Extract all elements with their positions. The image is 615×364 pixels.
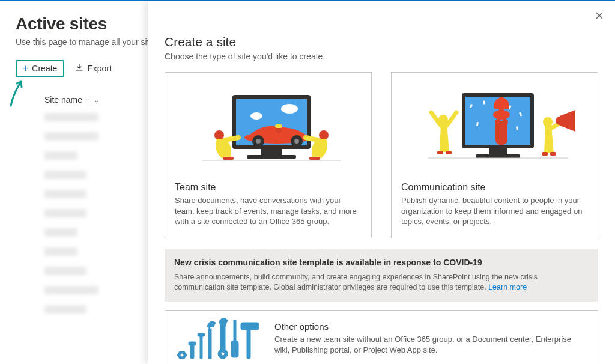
covid-banner-text: Share announcements, build community, an…: [174, 273, 538, 291]
team-site-desc: Share documents, have conversations with…: [175, 195, 362, 227]
close-icon: [595, 11, 604, 20]
svg-point-10: [294, 139, 299, 144]
sort-ascending-icon: ↑: [86, 95, 90, 105]
svg-rect-45: [198, 333, 205, 336]
svg-rect-34: [437, 151, 443, 154]
create-button-label: Create: [32, 64, 57, 73]
create-site-panel: Create a site Choose the type of site yo…: [148, 1, 615, 364]
export-button-label: Export: [87, 64, 111, 73]
communication-site-card[interactable]: Communication site Publish dynamic, beau…: [391, 72, 598, 238]
svg-point-15: [319, 130, 329, 140]
learn-more-link[interactable]: Learn more: [488, 283, 527, 291]
list-item: [44, 190, 86, 198]
svg-point-37: [556, 117, 564, 125]
covid-banner-desc: Share announcements, build community, an…: [174, 272, 589, 293]
svg-point-8: [256, 139, 261, 144]
team-site-illustration: [175, 80, 362, 176]
list-item: [44, 286, 98, 294]
communication-site-title: Communication site: [401, 182, 588, 193]
svg-rect-44: [200, 336, 202, 359]
chevron-down-icon: ⌄: [94, 96, 99, 104]
svg-point-32: [502, 119, 508, 125]
svg-rect-3: [247, 155, 296, 159]
team-site-title: Team site: [175, 182, 362, 193]
svg-rect-43: [189, 342, 196, 345]
svg-rect-20: [489, 148, 507, 154]
site-type-cards: Team site Share documents, have conversa…: [165, 72, 598, 238]
svg-point-30: [493, 110, 510, 120]
list-item: [44, 171, 86, 179]
communication-site-desc: Publish dynamic, beautiful content to pe…: [401, 195, 588, 227]
svg-rect-52: [247, 326, 250, 359]
svg-point-13: [214, 130, 224, 140]
list-item: [44, 305, 86, 314]
list-item: [44, 228, 77, 237]
svg-rect-2: [261, 149, 282, 155]
other-options-title: Other options: [274, 321, 587, 332]
list-item: [44, 267, 86, 275]
column-header-label: Site name: [44, 95, 82, 105]
covid-banner-title: New crisis communication site template i…: [174, 258, 589, 267]
list-item: [44, 209, 86, 217]
svg-rect-42: [190, 344, 194, 359]
annotation-arrow-icon: [7, 77, 25, 107]
svg-rect-14: [223, 157, 234, 160]
create-button[interactable]: + Create: [16, 60, 64, 77]
panel-subtitle: Choose the type of site you'd like to cr…: [165, 52, 598, 61]
other-options-desc: Create a new team site without an Office…: [274, 334, 587, 355]
svg-rect-46: [208, 329, 211, 359]
svg-rect-21: [476, 154, 520, 158]
page-subtitle-text: Use this page to manage all your sites.: [16, 37, 163, 47]
svg-rect-35: [446, 151, 452, 154]
download-icon: [75, 64, 83, 74]
svg-rect-39: [550, 152, 556, 156]
close-button[interactable]: [592, 8, 607, 23]
communication-site-illustration: [401, 80, 588, 176]
other-options-card[interactable]: Other options Create a new team site wit…: [165, 310, 598, 364]
covid-banner: New crisis communication site template i…: [165, 249, 598, 302]
list-item: [44, 113, 98, 121]
team-site-card[interactable]: Team site Share documents, have conversa…: [165, 72, 372, 238]
svg-point-4: [281, 104, 298, 114]
svg-rect-16: [309, 157, 320, 160]
svg-rect-53: [241, 323, 259, 330]
svg-point-5: [250, 112, 262, 120]
list-item: [44, 151, 77, 160]
tools-illustration: [176, 318, 260, 360]
svg-point-41: [180, 353, 184, 357]
svg-rect-50: [234, 320, 236, 341]
svg-point-31: [495, 119, 501, 125]
panel-title: Create a site: [165, 35, 598, 49]
svg-point-36: [543, 117, 553, 127]
export-button[interactable]: Export: [70, 61, 116, 76]
plus-icon: +: [23, 64, 28, 73]
svg-rect-51: [231, 341, 238, 357]
svg-point-49: [221, 352, 225, 356]
svg-rect-38: [542, 152, 548, 156]
list-item: [44, 247, 77, 256]
svg-rect-12: [275, 124, 282, 128]
list-item: [44, 132, 98, 141]
